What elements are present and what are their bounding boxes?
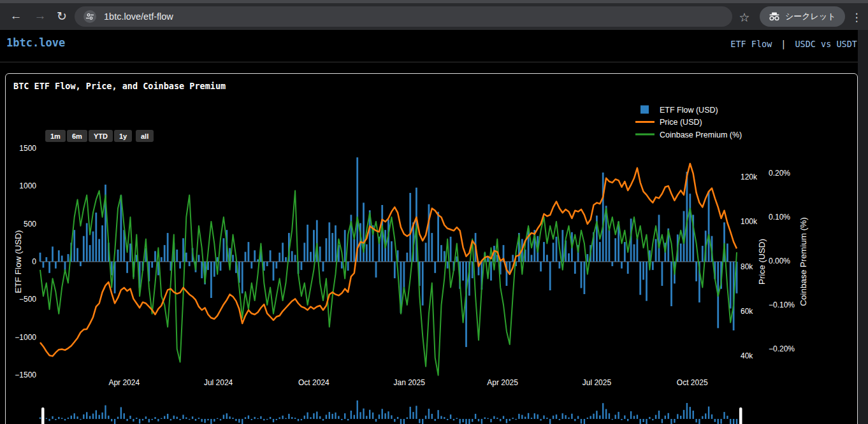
legend-label: Coinbase Premium (%) (660, 131, 742, 139)
navigator-right-handle[interactable] (739, 407, 742, 424)
flow-tick: −500 (19, 295, 36, 304)
price-tick: 120k (741, 173, 758, 181)
legend-item-etf-flow[interactable]: ETF Flow (USD) (640, 106, 718, 115)
x-tick: Jul 2025 (582, 378, 612, 387)
flow-tick: 1500 (19, 144, 36, 153)
nav-link-etf-flow[interactable]: ETF Flow (730, 39, 772, 49)
forward-button[interactable]: → (29, 5, 51, 27)
browser-toolbar: ← → ↻ 1btc.love/etf-flow ☆ シークレット ⋮ (0, 3, 868, 30)
flow-tick: 0 (32, 257, 36, 266)
navigator-left-handle[interactable] (41, 407, 45, 424)
bookmark-star-icon[interactable]: ☆ (734, 7, 755, 27)
incognito-label: シークレット (785, 11, 836, 22)
premium-tick: 0.00% (769, 257, 790, 265)
incognito-icon (769, 12, 780, 21)
reload-button[interactable]: ↻ (51, 5, 73, 27)
incognito-badge: シークレット (760, 6, 845, 27)
scrollbar-track[interactable] (858, 30, 868, 424)
flow-axis-title: ETF Flow (USD) (13, 230, 23, 293)
price-axis-title: Price (USD) (757, 239, 767, 285)
x-tick: Oct 2025 (677, 378, 708, 387)
x-tick: Oct 2024 (298, 378, 329, 387)
premium-tick: 0.20% (769, 169, 790, 178)
price-tick: 60k (741, 307, 753, 316)
premium-tick: 0.10% (769, 213, 790, 222)
navigator-bars (40, 400, 737, 424)
flow-tick: 500 (24, 220, 36, 229)
price-tick: 100k (741, 217, 758, 226)
top-nav: ETF Flow | USDC vs USDT (730, 39, 857, 49)
legend-item-coinbase-premium[interactable]: Coinbase Premium (%) (635, 131, 742, 139)
legend-item-price[interactable]: Price (USD) (635, 118, 702, 127)
x-tick: Apr 2025 (487, 378, 518, 387)
site-logo[interactable]: 1btc.love (6, 36, 65, 49)
menu-button[interactable]: ⋮ (848, 7, 865, 27)
page-content: 1btc.love ETF Flow | USDC vs USDT BTC ET… (0, 30, 868, 424)
range-navigator[interactable] (40, 400, 742, 424)
x-tick: Apr 2024 (108, 378, 140, 387)
address-bar[interactable]: 1btc.love/etf-flow (75, 6, 732, 27)
legend-label: Price (USD) (660, 118, 702, 127)
x-tick: Jul 2024 (204, 378, 233, 387)
legend: ETF Flow (USD)Price (USD)Coinbase Premiu… (635, 106, 742, 139)
header-divider (0, 62, 868, 62)
legend-label: ETF Flow (USD) (660, 106, 718, 115)
flow-tick: 1000 (19, 181, 36, 190)
back-button[interactable]: ← (5, 5, 27, 27)
premium-tick: −0.20% (769, 344, 795, 353)
legend-swatch-square (640, 106, 649, 114)
x-tick: Jan 2025 (393, 378, 425, 387)
etf-flow-chart[interactable]: 150010005000−500−1000−1500120k100k80k60k… (6, 74, 856, 424)
url-text: 1btc.love/etf-flow (104, 11, 173, 22)
flow-tick: −1000 (15, 333, 36, 342)
premium-tick: −0.10% (769, 300, 795, 309)
nav-separator: | (781, 39, 786, 49)
price-tick: 40k (741, 351, 753, 360)
chart-card: BTC ETF Flow, Price, and Coinbase Premiu… (5, 73, 858, 424)
site-settings-icon[interactable] (83, 10, 96, 23)
price-tick: 80k (741, 262, 753, 271)
flow-tick: −1500 (15, 371, 36, 379)
nav-link-usdc-vs-usdt[interactable]: USDC vs USDT (795, 39, 857, 49)
premium-axis-title: Coinbase Premium (%) (799, 217, 808, 306)
